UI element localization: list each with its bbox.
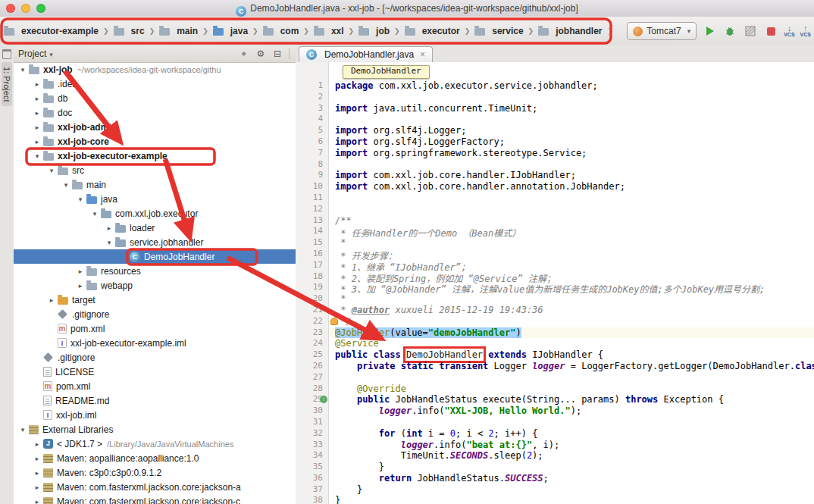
collapse-all-icon[interactable] (271, 49, 284, 59)
code-line-2[interactable]: 2 (296, 92, 814, 103)
code-line-15[interactable]: 15 * (296, 237, 814, 249)
code-line-35[interactable]: 35 } (296, 462, 814, 473)
code-line-25[interactable]: 25public class DemoJobHandler extends IJ… (296, 349, 814, 361)
code-line-28[interactable]: 28 @Override (296, 383, 814, 395)
tree-item-doc[interactable]: ▸doc (14, 105, 296, 120)
chevron-right-icon[interactable]: ▸ (76, 268, 85, 275)
code-line-20[interactable]: 20 * (296, 293, 814, 305)
code-line-4[interactable]: 4 (296, 114, 814, 125)
code-line-27[interactable]: 27 (296, 372, 814, 383)
tree-item-db[interactable]: ▸db (14, 91, 296, 105)
chevron-right-icon[interactable]: ▸ (33, 455, 42, 462)
tree-item-maven-com-fasterxml-jackson-core-jackson-a[interactable]: ▸Maven: com.fasterxml.jackson.core:jacks… (14, 480, 296, 494)
chevron-right-icon[interactable]: ▸ (105, 224, 114, 232)
code-line-29[interactable]: 29↑ public JobHandleStatus execute(Strin… (296, 394, 814, 405)
breadcrumb-item-src[interactable]: src (112, 24, 146, 38)
tree-item-loader[interactable]: ▸loader (14, 221, 296, 235)
tree-item-xxl-job-admin[interactable]: ▸xxl-job-admin (14, 120, 296, 134)
code-line-24[interactable]: 24@Service (296, 338, 814, 349)
code-line-11[interactable]: 11 (296, 193, 814, 204)
chevron-right-icon[interactable]: ▸ (33, 440, 42, 448)
chevron-down-icon[interactable]: ▾ (76, 196, 85, 203)
code-line-8[interactable]: 8 (296, 159, 814, 171)
chevron-down-icon[interactable]: ▾ (18, 426, 27, 434)
code-line-36[interactable]: 36 return JobHandleStatus.SUCCESS; (296, 473, 814, 484)
tree-item-demojobhandler[interactable]: CDemoJobHandler (14, 249, 296, 264)
editor-breadcrumb-pill[interactable]: DemoJobHandler (343, 65, 430, 79)
tree-item-external-libraries[interactable]: ▾External Libraries (14, 422, 296, 437)
code-line-26[interactable]: 26 private static transient Logger logge… (296, 361, 814, 372)
code-line-21[interactable]: 21 * @author xuxueli 2015-12-19 19:43:36 (296, 305, 814, 316)
code-line-12[interactable]: 12 (296, 204, 814, 215)
vcs-commit-button[interactable]: ↑ VCS (800, 24, 811, 38)
chevron-right-icon[interactable]: ▸ (33, 469, 42, 477)
tree-item-pom-xml[interactable]: mpom.xml (14, 321, 296, 336)
breadcrumb-item-executor[interactable]: executor (403, 24, 462, 38)
code-line-32[interactable]: 32 for (int i = 0; i < 2; i++) { (296, 428, 814, 440)
chevron-right-icon[interactable]: ▸ (33, 138, 42, 146)
breadcrumb-item-jobhandler[interactable]: jobhandler (537, 24, 603, 38)
code-line-14[interactable]: 14 * 任务Handler的一个Demo （Bean模式） (296, 226, 814, 237)
chevron-down-icon[interactable]: ▾ (90, 210, 99, 218)
run-configuration-select[interactable]: Tomcat7 (627, 22, 697, 40)
chevron-right-icon[interactable]: ▸ (33, 484, 42, 491)
override-marker-icon[interactable]: ↑ (320, 396, 327, 403)
project-view-select[interactable]: Project (18, 49, 53, 59)
chevron-right-icon[interactable]: ▸ (33, 95, 42, 102)
code-line-31[interactable]: 31 (296, 417, 814, 428)
chevron-right-icon[interactable]: ▸ (33, 124, 42, 131)
chevron-right-icon[interactable]: ▸ (33, 109, 42, 117)
code-line-10[interactable]: 10import com.xxl.job.core.handler.annota… (296, 181, 814, 193)
run-button[interactable] (702, 23, 717, 39)
editor-tab-demojobhandler[interactable]: C DemoJobHandler.java × (299, 46, 433, 62)
tree-item-resources[interactable]: ▸resources (14, 264, 296, 278)
chevron-down-icon[interactable]: ▾ (105, 239, 114, 246)
tree-item-xxl-job-executor-example[interactable]: ▾xxl-job-executor-example (14, 149, 296, 163)
chevron-down-icon[interactable]: ▾ (61, 181, 70, 189)
chevron-down-icon[interactable]: ▾ (33, 152, 42, 160)
tree-item-xxl-job-core[interactable]: ▸xxl-job-core (14, 134, 296, 149)
breadcrumb-item-service[interactable]: service (473, 24, 524, 38)
code-line-16[interactable]: 16 * 开发步骤： (296, 249, 814, 260)
code-line-30[interactable]: 30 logger.info("XXL-JOB, Hello World."); (296, 405, 814, 417)
tree-item-maven-c3p0-c3p0-0-9-1-2[interactable]: ▸Maven: c3p0:c3p0:0.9.1.2 (14, 465, 296, 480)
code-line-37[interactable]: 37 } (296, 484, 814, 496)
chevron-down-icon[interactable]: ▾ (18, 66, 27, 74)
code-line-13[interactable]: 13/** (296, 215, 814, 227)
tree-item-license[interactable]: LICENSE (14, 365, 296, 379)
code-line-17[interactable]: 17 * 1、继承 “IJobHandler”； (296, 260, 814, 271)
code-line-19[interactable]: 19 * 3、加 “@JobHander” 注解，注解value值为新增任务生成… (296, 282, 814, 293)
tree-item-service-jobhandler[interactable]: ▾service.jobhandler (14, 235, 296, 249)
tool-window-icon[interactable] (2, 49, 11, 59)
tree-item-main[interactable]: ▾main (14, 177, 296, 192)
code-line-33[interactable]: 33 logger.info("beat at:{}", i); (296, 440, 814, 451)
tree-item-idea[interactable]: ▸.idea (14, 77, 296, 91)
tree-item-readme-md[interactable]: README.md (14, 393, 296, 408)
tree-item-maven-com-fasterxml-jackson-core-jackson-c[interactable]: ▸Maven: com.fasterxml.jackson.core:jacks… (14, 494, 296, 504)
tree-item-jdk1-7[interactable]: ▸J< JDK1.7 >/Library/Java/JavaVirtualMac… (14, 437, 296, 451)
tree-item-target[interactable]: ▸target (14, 293, 296, 307)
code-line-22[interactable]: 22 */ (296, 316, 814, 327)
intention-bulb-icon[interactable] (330, 318, 338, 325)
breadcrumb-item-executor-example[interactable]: executor-example (2, 24, 100, 38)
code-line-5[interactable]: 5import org.slf4j.Logger; (296, 125, 814, 136)
tree-item-webapp[interactable]: ▸webapp (14, 278, 296, 293)
chevron-right-icon[interactable]: ▸ (33, 80, 42, 88)
debug-button[interactable] (722, 23, 737, 39)
breadcrumb-item-job[interactable]: job (357, 24, 391, 38)
tree-item-maven-aopalliance-aopalliance-1-0[interactable]: ▸Maven: aopalliance:aopalliance:1.0 (14, 451, 296, 465)
tree-item-gitignore[interactable]: .gitignore (14, 350, 296, 365)
settings-gear-icon[interactable] (254, 49, 268, 59)
tree-item-xxl-job-executor-example-iml[interactable]: Ixxl-job-executor-example.iml (14, 336, 296, 350)
code-line-23[interactable]: 23@JobHander(value="demoJobHandler") (296, 327, 814, 339)
tree-item-xxl-job[interactable]: ▾xxl-job~/workspaces/idea-git-workspace/… (14, 62, 296, 77)
code-line-3[interactable]: 3import java.util.concurrent.TimeUnit; (296, 103, 814, 114)
close-tab-icon[interactable]: × (420, 49, 425, 60)
breadcrumb-item-com[interactable]: com (261, 24, 301, 38)
chevron-right-icon[interactable]: ▸ (76, 282, 85, 290)
chevron-right-icon[interactable]: ▸ (47, 296, 56, 304)
tree-item-java[interactable]: ▾java (14, 192, 296, 206)
code-line-18[interactable]: 18 * 2、装配到Spring，例如加 “@Service” 注解； (296, 271, 814, 283)
code-line-38[interactable]: 38} (296, 495, 814, 504)
vcs-update-button[interactable]: ↓ VCS (784, 24, 794, 38)
